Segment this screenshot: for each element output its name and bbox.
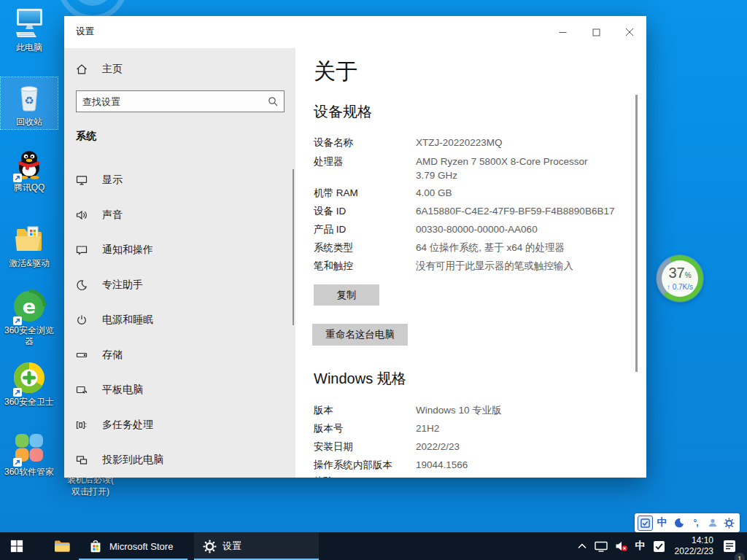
spec-row-pen-touch: 笔和触控没有可用于此显示器的笔或触控输入 <box>314 259 638 273</box>
sidebar-item-notifications[interactable]: 通知和操作 <box>64 236 293 265</box>
ime-settings-gear-icon[interactable] <box>721 516 737 531</box>
sidebar-item-projecting[interactable]: 投影到此电脑 <box>64 446 293 475</box>
desktop-icon-label: 回收站 <box>1 117 58 128</box>
tray-network[interactable] <box>591 532 611 560</box>
settings-search[interactable] <box>76 90 285 112</box>
desktop-icon-label: 激活&驱动 <box>1 258 58 269</box>
sidebar-item-power-sleep[interactable]: 电源和睡眠 <box>64 306 293 335</box>
ime-toolbar: 中 °, <box>635 513 740 532</box>
taskbar-settings-label: 设置 <box>222 540 241 553</box>
page-title: 关于 <box>314 57 357 87</box>
svg-text:♻: ♻ <box>24 94 34 106</box>
desktop-icon-label: 此电脑 <box>1 42 58 53</box>
folder-icon <box>12 222 47 257</box>
ime-punctuation-button[interactable]: °, <box>688 516 703 531</box>
tray-volume-muted[interactable] <box>611 532 632 560</box>
system-tray: 中 14:10 2022/2/23 1 <box>573 532 747 560</box>
desktop-icon-recycle-bin[interactable]: ♻ 回收站 <box>1 77 58 129</box>
sidebar-item-sound[interactable]: 声音 <box>64 201 293 230</box>
tablet-icon <box>76 384 88 396</box>
tray-clock[interactable]: 14:10 2022/2/23 <box>669 535 719 557</box>
desktop-icon-label: 腾讯QQ <box>1 182 58 193</box>
ethernet-icon <box>595 541 608 552</box>
titlebar[interactable]: 设置 <box>64 16 646 48</box>
spec-row-version: 版本号21H2 <box>314 421 638 435</box>
spec-row-device-name: 设备名称XTZJ-20220223MQ <box>314 136 638 149</box>
maximize-button[interactable] <box>579 16 613 48</box>
sidebar-item-multitasking[interactable]: 多任务处理 <box>64 411 293 440</box>
maximize-icon <box>592 28 600 36</box>
action-center-icon <box>723 540 736 553</box>
device-spec-heading: 设备规格 <box>314 102 372 122</box>
file-explorer-button[interactable] <box>45 532 79 560</box>
sidebar-section-system: 系统 <box>76 130 96 143</box>
tray-ime-status[interactable] <box>649 532 669 560</box>
notifications-icon <box>76 244 88 256</box>
taskbar-microsoft-store[interactable]: Microsoft Store <box>79 532 187 560</box>
sidebar-item-focus-assist[interactable]: 专注助手 <box>64 271 293 300</box>
spec-row-edition: 版本Windows 10 专业版 <box>314 403 638 417</box>
taskbar: Microsoft Store <box>0 532 747 560</box>
spec-row-processor: 处理器 AMD Ryzen 7 5800X 8-Core Processor3.… <box>314 155 638 182</box>
safeguard-icon <box>12 360 47 395</box>
ime-user-icon[interactable] <box>705 516 720 531</box>
close-button[interactable] <box>613 16 646 48</box>
desktop-icon-this-pc[interactable]: 此电脑 <box>1 6 58 53</box>
search-input[interactable] <box>77 96 268 107</box>
shortcut-arrow-icon <box>13 172 22 181</box>
file-explorer-icon <box>53 537 71 555</box>
software-manager-icon <box>12 430 47 465</box>
desktop-icon-360-manager[interactable]: 360软件管家 <box>1 430 58 478</box>
speaker-muted-icon <box>615 540 628 552</box>
desktop-icon-label: 360安全浏览器 <box>1 325 58 347</box>
rename-pc-button[interactable]: 重命名这台电脑 <box>312 324 408 346</box>
taskbar-store-label: Microsoft Store <box>109 541 173 552</box>
recycle-bin-icon: ♻ <box>12 80 47 115</box>
sidebar-item-display[interactable]: 显示 <box>64 166 293 195</box>
desktop-icon-label: 360软件管家 <box>1 467 58 478</box>
sidebar-scrollbar[interactable] <box>293 169 294 325</box>
sidebar-item-storage[interactable]: 存储 <box>64 341 293 370</box>
desktop[interactable]: 此电脑 ♻ 回收站 <box>0 0 747 560</box>
window-title: 设置 <box>76 26 94 38</box>
storage-icon <box>76 349 88 361</box>
spec-row-system-type: 系统类型64 位操作系统, 基于 x64 的处理器 <box>314 241 638 254</box>
ime-chinese-mode-button[interactable]: 中 <box>654 516 670 531</box>
sidebar-item-tablet[interactable]: 平板电脑 <box>64 376 293 405</box>
microsoft-store-icon <box>88 538 104 554</box>
360-speed-ball[interactable]: 37% ↑ 0.7K/s <box>657 255 703 302</box>
action-center-button[interactable]: 1 <box>719 532 740 560</box>
qq-penguin-icon <box>12 146 47 181</box>
this-pc-icon <box>12 6 47 41</box>
ime-status-button[interactable] <box>638 516 653 531</box>
focus-assist-moon-icon <box>76 279 88 291</box>
taskbar-settings[interactable]: 设置 <box>194 532 319 560</box>
spec-row-experience-clipped: 体验 <box>314 474 638 478</box>
spec-row-device-id: 设备 ID6A15880F-C4E2-47F9-BF59-F4B8890B6B1… <box>314 204 638 218</box>
tray-ime-indicator[interactable]: 中 <box>632 532 649 560</box>
settings-gear-icon <box>203 540 217 553</box>
desktop-icon-qq[interactable]: 腾讯QQ <box>1 146 58 193</box>
main-scrollbar[interactable] <box>635 95 638 372</box>
copy-button[interactable]: 复制 <box>314 284 379 306</box>
desktop-icon-360-safe[interactable]: 360安全卫士 <box>1 360 58 408</box>
multitasking-icon <box>76 419 88 431</box>
chevron-up-icon <box>577 542 587 551</box>
search-icon <box>268 96 278 106</box>
home-icon <box>76 63 88 75</box>
desktop-icon-activate-drivers[interactable]: 激活&驱动 <box>1 222 58 269</box>
tray-show-hidden-icons[interactable] <box>573 532 591 560</box>
ime-fullshape-moon-icon[interactable] <box>671 516 686 531</box>
windows-logo-icon <box>10 540 23 553</box>
sidebar-item-home[interactable]: 主页 <box>76 63 123 76</box>
windows-spec-heading: Windows 规格 <box>314 369 406 389</box>
svg-text:e: e <box>23 295 36 318</box>
shortcut-arrow-icon <box>13 386 22 395</box>
start-button[interactable] <box>0 532 34 560</box>
desktop-icon-360-browser[interactable]: e 360安全浏览器 <box>1 289 58 347</box>
browser-e-icon: e <box>12 289 47 324</box>
desktop-icon-label: 360安全卫士 <box>1 397 58 408</box>
tray-time: 14:10 <box>675 535 713 546</box>
memory-percent: 37% <box>668 265 691 283</box>
minimize-button[interactable] <box>546 16 579 48</box>
